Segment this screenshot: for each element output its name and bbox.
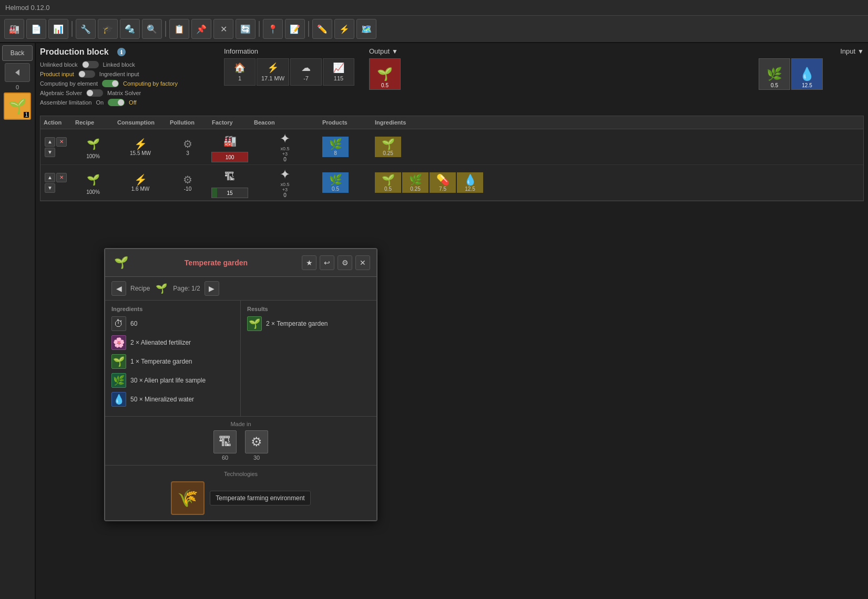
row2-recipe[interactable]: 🌱 100% bbox=[72, 169, 114, 197]
row1-factory-icon[interactable]: 🏭 bbox=[220, 131, 239, 150]
row2-ingr-icon-2: 💊 bbox=[436, 173, 450, 186]
row2-factory-icon[interactable]: 🏗 bbox=[220, 167, 239, 186]
recipe-prev-btn[interactable]: ◀ bbox=[111, 281, 126, 296]
recipe-icon: 🌱 bbox=[154, 281, 169, 296]
row1-ingr-0[interactable]: 🌱 0.25 bbox=[375, 137, 401, 157]
row1-recipe[interactable]: 🌱 100% bbox=[72, 133, 114, 161]
row2-ingr-val-1: 0.25 bbox=[410, 186, 420, 192]
row2-bar-text: 15 bbox=[227, 190, 232, 196]
row1-products-cell: 🌿 8 bbox=[322, 137, 369, 157]
input-slot-1[interactable]: 💧 12.5 bbox=[791, 58, 823, 90]
toolbar-doc-btn[interactable]: 📄 bbox=[26, 19, 46, 39]
linked-toggle[interactable] bbox=[82, 61, 99, 68]
row2-ingr-3[interactable]: 💧 12.5 bbox=[457, 172, 483, 193]
popup-settings-btn[interactable]: ⚙ bbox=[338, 255, 352, 270]
toolbar-clipboard-btn[interactable]: 📋 bbox=[169, 19, 189, 39]
row2-ingr-2[interactable]: 💊 7.5 bbox=[430, 172, 456, 193]
toolbar-module-btn[interactable]: 🔩 bbox=[120, 19, 140, 39]
title-bar: Helmod 0.12.0 bbox=[0, 0, 868, 16]
input-slot-0[interactable]: 🌿 0.5 bbox=[759, 58, 790, 90]
row2-ingr-icon-0: 🌱 bbox=[382, 173, 395, 186]
results-title: Results bbox=[247, 306, 370, 312]
recipe-next-btn[interactable]: ▶ bbox=[205, 281, 219, 296]
row2-prod-val-0: 0.5 bbox=[332, 186, 339, 192]
popup-close-btn[interactable]: ✕ bbox=[355, 255, 370, 270]
popup-header-buttons: ★ ↩ ⚙ ✕ bbox=[302, 255, 370, 270]
popup-star-btn[interactable]: ★ bbox=[302, 255, 316, 270]
ing-time-text: 60 bbox=[130, 320, 137, 327]
ingredients-results: Ingredients ⏱ 60 🌸 2 × Alienated fertili… bbox=[105, 301, 376, 417]
row2-ingr-1[interactable]: 🌿 0.25 bbox=[402, 172, 428, 193]
toolbar-pin-btn[interactable]: 📌 bbox=[191, 19, 211, 39]
toolbar-edit-btn[interactable]: ✏️ bbox=[312, 19, 332, 39]
row2-down-btn[interactable]: ▼ bbox=[45, 183, 55, 193]
sidebar-nav-left[interactable] bbox=[5, 63, 30, 82]
row1-product-0[interactable]: 🌿 8 bbox=[322, 137, 349, 157]
ing-fertilizer-text: 2 × Alienated fertilizer bbox=[130, 339, 191, 346]
production-block-controls: Production block ℹ Unlinked block Linked… bbox=[40, 47, 219, 108]
popup-title: Temperate garden bbox=[135, 259, 298, 267]
output-filter-icon[interactable]: ▼ bbox=[392, 48, 398, 55]
solver-toggle[interactable] bbox=[86, 89, 103, 97]
toolbar-lightning-btn[interactable]: ⚡ bbox=[334, 19, 354, 39]
toolbar-notes-btn[interactable]: 📝 bbox=[285, 19, 305, 39]
toolbar-search-btn[interactable]: 🔍 bbox=[142, 19, 162, 39]
toolbar-factory-btn[interactable]: 🏭 bbox=[4, 19, 24, 39]
time-icon: ⏱ bbox=[111, 316, 126, 331]
info-stats: 🏠 1 ⚡ 17.1 MW ☁ -7 📈 115 bbox=[224, 58, 361, 86]
product-input-toggle[interactable] bbox=[78, 70, 95, 78]
linked-label: Linked block bbox=[103, 61, 135, 68]
row2-del-btn[interactable]: ✕ bbox=[56, 173, 67, 182]
toolbar-close-btn[interactable]: ✕ bbox=[213, 19, 233, 39]
row2-beacon[interactable]: ✦ x0.5 +3 0 bbox=[251, 165, 319, 200]
row2-recipe-icon: 🌱 bbox=[84, 170, 103, 189]
assembler-knob bbox=[118, 99, 124, 106]
computing-toggle[interactable] bbox=[102, 80, 119, 87]
result-item-garden: 🌱 2 × Temperate garden bbox=[247, 316, 370, 331]
linked-block-row: Unlinked block Linked block bbox=[40, 61, 219, 68]
toolbar-wrench-btn[interactable]: 🔧 bbox=[76, 19, 96, 39]
output-slots: 🌱 0.5 bbox=[369, 58, 453, 90]
row2-ingr-icon-3: 💧 bbox=[464, 173, 477, 186]
toolbar-chart-btn[interactable]: 📊 bbox=[48, 19, 68, 39]
assembler-toggle[interactable] bbox=[108, 99, 125, 106]
row2-beacon-icon: ✦ bbox=[280, 167, 290, 182]
row1-beacon-plus: +3 bbox=[282, 151, 288, 157]
toolbar-map-btn[interactable]: 🗺️ bbox=[356, 19, 376, 39]
sidebar-item-box[interactable]: 🌱 1 bbox=[4, 92, 31, 120]
matrix-label: Matrix Solver bbox=[107, 90, 141, 96]
row2-power-icon: ⚡ bbox=[134, 173, 147, 186]
row2-pollution-val: -10 bbox=[184, 186, 191, 192]
stat-power-icon: ⚡ bbox=[261, 62, 284, 74]
row2-ingr-0[interactable]: 🌱 0.5 bbox=[375, 172, 401, 193]
unlinked-label: Unlinked block bbox=[40, 61, 78, 68]
popup-item-icon: 🌱 bbox=[111, 253, 130, 272]
made-in-item-1[interactable]: ⚙ 30 bbox=[245, 430, 268, 461]
popup-back-btn[interactable]: ↩ bbox=[320, 255, 334, 270]
row2-product-0[interactable]: 🌿 0.5 bbox=[322, 172, 349, 193]
th-beacon: Beacon bbox=[251, 118, 319, 127]
toolbar-marker-btn[interactable]: 📍 bbox=[263, 19, 283, 39]
row1-recipe-pct: 100% bbox=[86, 153, 100, 159]
row1-pollution-icon: ⚙ bbox=[183, 138, 192, 150]
row2-up-btn[interactable]: ▲ bbox=[45, 173, 55, 182]
back-button[interactable]: Back bbox=[2, 45, 33, 61]
output-slot-0[interactable]: 🌱 0.5 bbox=[369, 58, 401, 90]
tech-icon-0[interactable]: 🌾 bbox=[171, 481, 205, 515]
made-in-items: 🏗 60 ⚙ 30 bbox=[111, 430, 370, 461]
output-panel: Output ▼ 🌱 0.5 bbox=[369, 47, 453, 90]
technologies-title: Technologies bbox=[111, 471, 370, 477]
row1-beacon[interactable]: ✦ x0.5 +3 0 bbox=[251, 129, 319, 164]
made-in-item-0[interactable]: 🏗 60 bbox=[213, 430, 237, 461]
fertilizer-icon: 🌸 bbox=[111, 335, 126, 350]
row1-up-btn[interactable]: ▲ bbox=[45, 137, 55, 147]
row1-del-btn[interactable]: ✕ bbox=[56, 137, 67, 147]
row1-down-btn[interactable]: ▼ bbox=[45, 148, 55, 157]
assembler-row: Assembler limitation On Off bbox=[40, 99, 219, 106]
row1-ingredients-cell: 🌱 0.25 bbox=[375, 137, 860, 157]
info-icon[interactable]: ℹ bbox=[117, 48, 126, 56]
input-filter-icon[interactable]: ▼ bbox=[857, 48, 864, 55]
solver-knob bbox=[87, 90, 93, 96]
toolbar-tech-btn[interactable]: 🎓 bbox=[98, 19, 118, 39]
toolbar-refresh-btn[interactable]: 🔄 bbox=[236, 19, 256, 39]
